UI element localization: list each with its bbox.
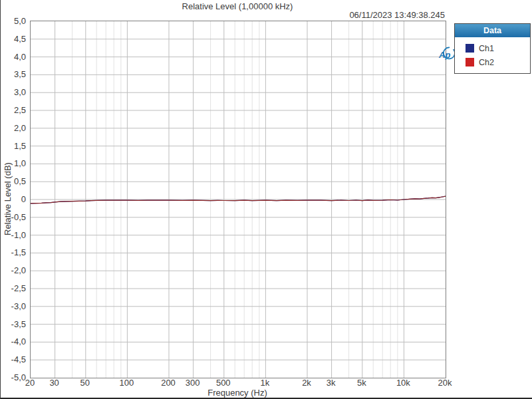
y-tick-label: 0,5: [1, 177, 26, 186]
x-tick-label: 3k: [327, 378, 336, 387]
legend-header: Data: [455, 24, 530, 37]
ap-logo-text: Ap: [438, 50, 450, 60]
legend-item-ch1[interactable]: Ch1: [466, 41, 530, 55]
x-tick-label: 1k: [261, 378, 270, 387]
y-tick-label: 5,0: [1, 17, 26, 25]
y-tick-label: -4,0: [1, 337, 26, 346]
y-tick-label: 0: [1, 195, 26, 203]
timestamp: 06/11/2023 13:49:38.245: [30, 10, 445, 20]
x-tick-label: 10k: [396, 378, 410, 387]
y-tick-label: -5,0: [1, 373, 26, 382]
y-tick-label: 1,5: [1, 141, 26, 150]
y-tick-label: 1,0: [1, 159, 26, 168]
x-tick-label: 5k: [357, 378, 366, 387]
measurement-window: Relative Level (1,00000 kHz) 06/11/2023 …: [0, 0, 532, 399]
chart-canvas: [31, 21, 446, 378]
y-tick-label: -2,5: [1, 284, 26, 293]
x-tick-label: 2k: [302, 378, 311, 387]
plot-area: Ap: [30, 21, 446, 378]
y-tick-label: 2,0: [1, 123, 26, 132]
x-tick-label: 50: [80, 378, 90, 387]
y-tick-label: -2,0: [1, 266, 26, 275]
x-tick-label: 20k: [438, 378, 452, 387]
legend-item-ch2[interactable]: Ch2: [466, 55, 530, 69]
legend-panel: Data Ch1 Ch2: [454, 23, 531, 74]
legend-body: Ch1 Ch2: [455, 37, 530, 73]
x-tick-label: 200: [161, 378, 176, 387]
x-axis-title: Frequency (Hz): [30, 388, 445, 398]
y-tick-label: -3,0: [1, 301, 26, 310]
y-tick-label: 4,5: [1, 34, 26, 43]
x-tick-label: 500: [216, 378, 231, 387]
x-tick-label: 20: [25, 378, 35, 387]
y-tick-label: -0,5: [1, 212, 26, 221]
x-tick-label: 30: [49, 378, 59, 387]
legend-item-label: Ch1: [479, 44, 494, 53]
y-tick-label: -1,0: [1, 230, 26, 239]
ch2-color-swatch-icon: [466, 58, 474, 66]
y-tick-label: 3,0: [1, 88, 26, 96]
y-tick-label: -3,5: [1, 319, 26, 328]
y-tick-label: 3,5: [1, 70, 26, 78]
ch1-color-swatch-icon: [466, 44, 474, 53]
y-tick-label: 4,0: [1, 52, 26, 61]
x-tick-label: 100: [120, 378, 134, 387]
y-tick-label: 2,5: [1, 106, 26, 114]
y-tick-label: -1,5: [1, 248, 26, 257]
y-tick-label: -4,5: [1, 355, 26, 364]
x-tick-label: 300: [186, 378, 200, 387]
legend-item-label: Ch2: [479, 58, 494, 67]
